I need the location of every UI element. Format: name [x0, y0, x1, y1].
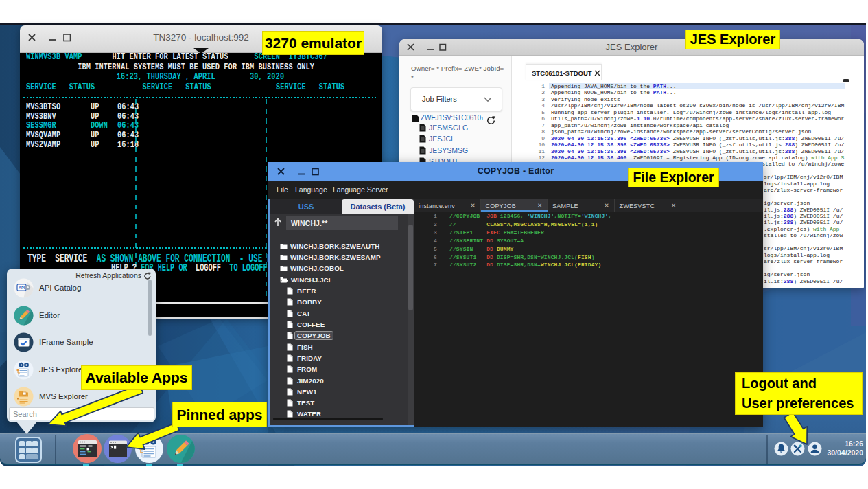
svg-text:API: API — [19, 286, 25, 290]
